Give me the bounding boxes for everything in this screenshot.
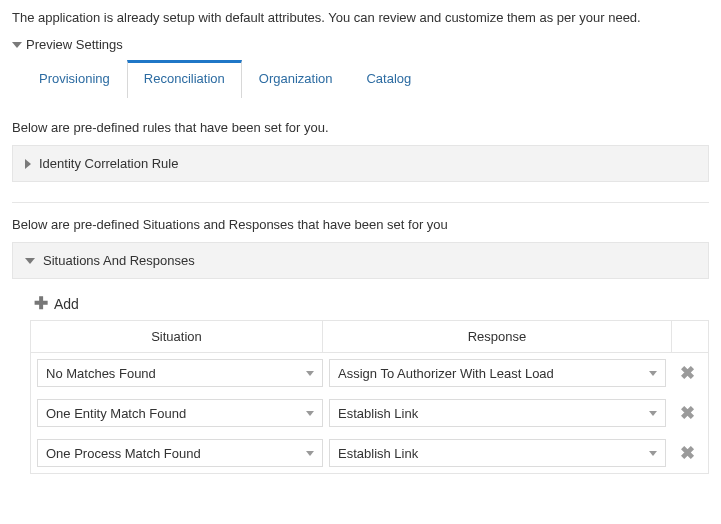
situation-select[interactable]: One Process Match Found [37, 439, 323, 467]
add-button[interactable]: ✚ Add [12, 291, 709, 320]
collapse-icon [12, 42, 22, 48]
chevron-down-icon [649, 451, 657, 456]
response-value: Establish Link [338, 406, 418, 421]
intro-text: The application is already setup with de… [12, 10, 709, 25]
table-row: One Entity Match Found Establish Link ✖ [31, 393, 708, 433]
table-header: Situation Response [31, 321, 708, 353]
collapse-icon [25, 258, 35, 264]
chevron-down-icon [649, 371, 657, 376]
header-response: Response [323, 321, 672, 353]
expand-icon [25, 159, 31, 169]
delete-icon[interactable]: ✖ [680, 443, 695, 463]
response-select[interactable]: Assign To Authorizer With Least Load [329, 359, 666, 387]
response-value: Establish Link [338, 446, 418, 461]
table-row: No Matches Found Assign To Authorizer Wi… [31, 353, 708, 393]
preview-settings-toggle[interactable]: Preview Settings [12, 37, 709, 52]
situation-select[interactable]: One Entity Match Found [37, 399, 323, 427]
identity-correlation-label: Identity Correlation Rule [39, 156, 178, 171]
table-row: One Process Match Found Establish Link ✖ [31, 433, 708, 473]
tab-reconciliation[interactable]: Reconciliation [127, 60, 242, 98]
situation-value: One Entity Match Found [46, 406, 186, 421]
header-situation: Situation [31, 321, 323, 353]
preview-settings-label: Preview Settings [26, 37, 123, 52]
response-select[interactable]: Establish Link [329, 439, 666, 467]
chevron-down-icon [649, 411, 657, 416]
delete-icon[interactable]: ✖ [680, 363, 695, 383]
situation-value: No Matches Found [46, 366, 156, 381]
tab-provisioning[interactable]: Provisioning [22, 60, 127, 98]
header-delete [672, 321, 708, 353]
situations-description: Below are pre-defined Situations and Res… [12, 217, 709, 232]
chevron-down-icon [306, 451, 314, 456]
rules-description: Below are pre-defined rules that have be… [12, 120, 709, 135]
tab-organization[interactable]: Organization [242, 60, 350, 98]
chevron-down-icon [306, 371, 314, 376]
add-label: Add [54, 296, 79, 312]
tab-catalog[interactable]: Catalog [349, 60, 428, 98]
delete-icon[interactable]: ✖ [680, 403, 695, 423]
situation-select[interactable]: No Matches Found [37, 359, 323, 387]
response-select[interactable]: Establish Link [329, 399, 666, 427]
tab-bar: Provisioning Reconciliation Organization… [12, 60, 709, 98]
response-value: Assign To Authorizer With Least Load [338, 366, 554, 381]
plus-icon: ✚ [34, 295, 48, 312]
situations-responses-label: Situations And Responses [43, 253, 195, 268]
identity-correlation-panel[interactable]: Identity Correlation Rule [12, 145, 709, 182]
divider [12, 202, 709, 203]
situations-responses-panel[interactable]: Situations And Responses [12, 242, 709, 279]
chevron-down-icon [306, 411, 314, 416]
situation-value: One Process Match Found [46, 446, 201, 461]
situations-table: Situation Response No Matches Found Assi… [30, 320, 709, 474]
